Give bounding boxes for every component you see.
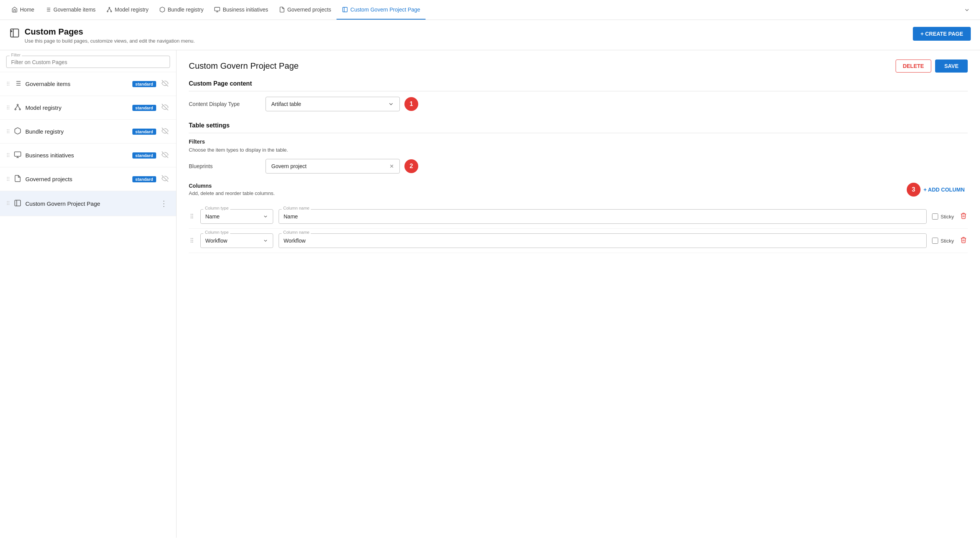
nav-bundle-registry[interactable]: Bundle registry [154, 0, 209, 20]
standard-badge: standard [132, 176, 156, 182]
column-type-value: Workflow [205, 238, 227, 244]
filter-wrapper: Filter [6, 56, 170, 68]
standard-badge: standard [132, 129, 156, 135]
delete-button[interactable]: DELETE [896, 59, 931, 73]
content-actions: DELETE SAVE [896, 59, 968, 73]
chevron-down-icon [263, 238, 268, 243]
sidebar-item-bundle-registry[interactable]: ⠿ Bundle registry standard [0, 120, 176, 144]
svg-point-26 [17, 104, 18, 106]
column-name-input-workflow[interactable] [279, 233, 927, 248]
list-icon [45, 7, 51, 13]
blueprints-text: Govern project [271, 163, 307, 169]
svg-point-28 [19, 109, 20, 110]
save-button[interactable]: SAVE [935, 59, 968, 73]
chevron-down-icon [964, 7, 970, 13]
filter-label: Filter [10, 53, 22, 57]
main-layout: Filter ⠿ Governable items standard ⠿ [0, 50, 980, 538]
callout-3: 3 [907, 183, 921, 197]
svg-point-41 [191, 216, 191, 216]
columns-header: Columns Add, delete and reorder table co… [189, 183, 968, 202]
projects-icon [279, 7, 285, 13]
drag-handle-icon: ⠿ [6, 105, 10, 111]
standard-badge: standard [132, 105, 156, 111]
sidebar: Filter ⠿ Governable items standard ⠿ [0, 50, 177, 538]
svg-rect-14 [343, 7, 347, 12]
svg-rect-16 [11, 29, 19, 37]
initiatives-icon [214, 7, 220, 13]
svg-point-44 [192, 216, 193, 216]
eye-off-icon[interactable] [160, 150, 170, 160]
svg-point-48 [191, 242, 191, 242]
sidebar-item-label: Business initiatives [25, 152, 129, 159]
nav-governable-items[interactable]: Governable items [40, 0, 101, 20]
sticky-label: Sticky [940, 214, 954, 220]
standard-badge: standard [132, 81, 156, 87]
page-header: Custom Pages Use this page to build page… [0, 20, 980, 50]
blueprints-clear-icon[interactable]: ✕ [389, 163, 394, 169]
sidebar-item-label: Model registry [25, 104, 129, 111]
sidebar-item-label: Governable items [25, 81, 129, 87]
add-column-button[interactable]: + ADD COLUMN [921, 184, 968, 195]
svg-point-8 [111, 11, 112, 12]
sidebar-item-label: Bundle registry [25, 128, 129, 135]
drag-handle-icon: ⠿ [6, 129, 10, 135]
column-name-input-name[interactable] [279, 209, 927, 224]
nav-governed-projects[interactable]: Governed projects [274, 0, 337, 20]
nav-custom-govern[interactable]: Custom Govern Project Page [337, 0, 426, 20]
custom-page-content-title: Custom Page content [189, 80, 968, 91]
sidebar-item-governed-projects[interactable]: ⠿ Governed projects standard [0, 167, 176, 191]
sticky-row-workflow: Sticky [932, 238, 954, 244]
column-type-select-workflow[interactable]: Workflow [200, 233, 273, 248]
eye-off-icon[interactable] [160, 79, 170, 89]
column-drag-handle-icon [189, 237, 195, 245]
column-row-workflow: Column type Workflow Column name Sticky [189, 229, 968, 253]
svg-point-46 [191, 238, 191, 238]
create-page-button[interactable]: + CREATE PAGE [913, 27, 971, 41]
business-initiatives-icon [14, 151, 21, 160]
column-type-select-name[interactable]: Name [200, 209, 273, 224]
svg-point-27 [15, 109, 16, 110]
svg-point-7 [107, 11, 108, 12]
top-navigation: Home Governable items Model registry Bun… [0, 0, 980, 20]
svg-point-43 [192, 214, 193, 214]
sticky-checkbox-name[interactable] [932, 213, 938, 220]
svg-rect-11 [215, 7, 220, 11]
sidebar-item-business-initiatives[interactable]: ⠿ Business initiatives standard [0, 144, 176, 167]
columns-subtitle: Columns [189, 183, 275, 189]
column-name-wrapper-name: Column name [279, 209, 927, 224]
more-options-icon[interactable]: ⋮ [158, 198, 170, 209]
svg-point-6 [109, 7, 110, 8]
sidebar-list: ⠿ Governable items standard ⠿ Model regi… [0, 72, 176, 538]
model-registry-icon [14, 103, 21, 112]
governed-projects-icon [14, 175, 21, 183]
sidebar-item-model-registry[interactable]: ⠿ Model registry standard [0, 96, 176, 120]
page-title: Custom Pages [25, 27, 195, 37]
svg-point-45 [192, 218, 193, 218]
nav-more-button[interactable] [960, 7, 974, 13]
blueprints-value[interactable]: Govern project ✕ [266, 159, 400, 174]
sticky-label: Sticky [940, 238, 954, 244]
nav-business-initiatives[interactable]: Business initiatives [209, 0, 273, 20]
eye-off-icon[interactable] [160, 127, 170, 136]
nav-home[interactable]: Home [6, 0, 40, 20]
column-row-name: Column type Name Column name Sticky [189, 205, 968, 229]
sidebar-filter-area: Filter [0, 50, 176, 72]
callout-1: 1 [404, 97, 418, 111]
delete-column-icon-workflow[interactable] [959, 236, 968, 246]
delete-column-icon-name[interactable] [959, 212, 968, 222]
content-display-type-select-wrapper: Artifact table [266, 97, 400, 111]
eye-off-icon[interactable] [160, 174, 170, 184]
custom-page-content-section: Custom Page content Content Display Type… [189, 80, 968, 111]
content-area: Custom Govern Project Page DELETE SAVE C… [177, 50, 980, 538]
nav-model-registry[interactable]: Model registry [101, 0, 154, 20]
content-display-type-select[interactable]: Artifact table [266, 97, 400, 111]
model-icon [106, 7, 112, 13]
columns-desc: Add, delete and reorder table columns. [189, 190, 275, 196]
sidebar-item-governable-items[interactable]: ⠿ Governable items standard [0, 72, 176, 96]
eye-off-icon[interactable] [160, 103, 170, 112]
sidebar-item-custom-govern[interactable]: ⠿ Custom Govern Project Page ⋮ [0, 191, 176, 216]
sticky-checkbox-workflow[interactable] [932, 238, 938, 244]
standard-badge: standard [132, 152, 156, 159]
column-name-wrapper-workflow: Column name [279, 233, 927, 248]
filter-input[interactable] [11, 59, 165, 65]
